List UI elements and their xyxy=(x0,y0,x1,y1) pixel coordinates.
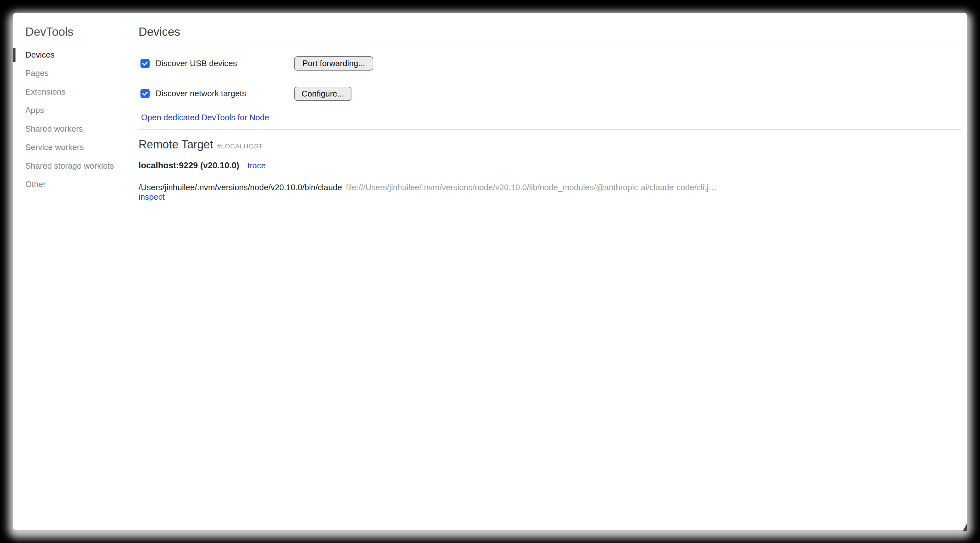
localhost-tag: #LOCALHOST xyxy=(217,142,262,150)
sidebar-item-other[interactable]: Other xyxy=(25,175,114,194)
port-forwarding-button[interactable]: Port forwarding... xyxy=(294,56,373,70)
checkmark-icon xyxy=(142,60,149,67)
configure-button[interactable]: Configure... xyxy=(294,87,352,101)
sidebar-selection-indicator xyxy=(13,48,16,62)
sidebar-menu: Devices Pages Extensions Apps Shared wor… xyxy=(25,46,114,194)
trace-link[interactable]: trace xyxy=(247,161,266,170)
checkmark-icon xyxy=(142,90,149,97)
sidebar-item-extensions[interactable]: Extensions xyxy=(25,83,114,101)
discover-network-row: Discover network targets xyxy=(140,88,246,99)
open-node-devtools-link[interactable]: Open dedicated DevTools for Node xyxy=(141,113,269,122)
remote-target-entry: localhost:9229 (v20.10.0) trace xyxy=(138,161,266,170)
remote-target-title: Remote Target xyxy=(138,137,213,151)
sidebar-item-apps[interactable]: Apps xyxy=(25,101,114,120)
sidebar-item-devices[interactable]: Devices xyxy=(25,46,114,64)
target-process-row: /Users/jinhuilee/.nvm/versions/node/v20.… xyxy=(138,183,717,192)
divider xyxy=(138,129,961,130)
discover-usb-label: Discover USB devices xyxy=(156,59,237,68)
remote-target-header: Remote Target #LOCALHOST xyxy=(138,137,262,151)
sidebar-item-shared-storage-worklets[interactable]: Shared storage worklets xyxy=(25,157,114,175)
target-address: localhost:9229 (v20.10.0) xyxy=(138,161,239,170)
page-title: Devices xyxy=(138,25,180,39)
sidebar-title: DevTools xyxy=(25,25,73,39)
devtools-window: DevTools Devices Pages Extensions Apps S… xyxy=(13,13,967,530)
discover-usb-checkbox[interactable] xyxy=(140,59,150,68)
screen-backdrop: DevTools Devices Pages Extensions Apps S… xyxy=(0,0,980,543)
sidebar-item-pages[interactable]: Pages xyxy=(25,64,114,83)
sidebar-item-service-workers[interactable]: Service workers xyxy=(25,138,114,157)
script-url: file:///Users/jinhuilee/.nvm/versions/no… xyxy=(346,183,716,192)
process-path: /Users/jinhuilee/.nvm/versions/node/v20.… xyxy=(138,183,342,192)
divider xyxy=(138,45,961,45)
discover-usb-row: Discover USB devices xyxy=(140,58,237,68)
discover-network-checkbox[interactable] xyxy=(140,89,150,98)
sidebar-item-shared-workers[interactable]: Shared workers xyxy=(25,119,114,138)
inspect-link[interactable]: inspect xyxy=(138,192,164,202)
discover-network-label: Discover network targets xyxy=(156,89,246,99)
